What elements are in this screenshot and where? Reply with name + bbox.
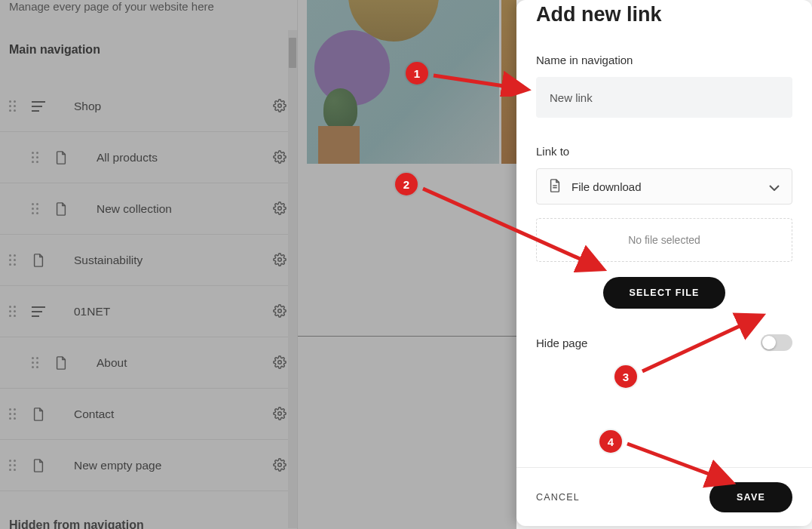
svg-point-6 <box>278 257 282 261</box>
nav-item-label: Shop <box>60 100 259 113</box>
menu-lines-icon <box>30 101 47 112</box>
preview-plant-leaf-shape <box>323 88 357 130</box>
annotation-badge-3: 3 <box>614 365 637 388</box>
nav-item-label: Sustainability <box>60 254 259 267</box>
gear-icon[interactable] <box>273 355 288 371</box>
svg-point-10 <box>278 309 282 312</box>
nav-item-sustainability[interactable]: Sustainability <box>0 235 297 286</box>
nav-item-label: Contact <box>60 408 259 421</box>
drag-handle-icon[interactable] <box>9 306 17 317</box>
nav-item-list: Shop All products New collection <box>0 81 297 491</box>
menu-lines-icon <box>30 306 47 317</box>
drag-handle-icon[interactable] <box>9 460 17 471</box>
select-file-button[interactable]: SELECT FILE <box>603 277 725 309</box>
drag-handle-icon[interactable] <box>9 100 17 112</box>
nav-item-new-empty-page[interactable]: New empty page <box>0 440 297 491</box>
nav-item-label: About <box>83 356 259 370</box>
svg-point-11 <box>278 360 282 364</box>
svg-line-18 <box>642 317 759 371</box>
nav-item-label: New collection <box>83 202 259 216</box>
gear-icon[interactable] <box>273 99 288 114</box>
scrollbar-thumb[interactable] <box>289 38 296 68</box>
drag-handle-icon[interactable] <box>32 152 39 163</box>
link-to-label: Link to <box>536 145 792 158</box>
gear-icon[interactable] <box>273 407 288 422</box>
svg-point-13 <box>278 463 282 466</box>
page-icon <box>30 254 47 267</box>
drag-handle-icon[interactable] <box>32 357 39 368</box>
drag-handle-icon[interactable] <box>32 203 39 214</box>
drag-handle-icon[interactable] <box>9 408 17 420</box>
svg-line-19 <box>627 444 729 481</box>
page-icon <box>53 151 69 165</box>
sidebar-scrollbar[interactable] <box>288 30 297 528</box>
svg-point-12 <box>278 411 282 415</box>
chevron-down-icon <box>769 180 780 193</box>
section-title-hidden-nav: Hidden from navigation <box>9 518 144 529</box>
svg-point-3 <box>278 103 282 107</box>
dropzone-placeholder-text: No file selected <box>628 234 700 246</box>
annotation-arrow-4 <box>624 436 744 500</box>
page-icon <box>30 408 47 421</box>
nav-item-new-collection[interactable]: New collection <box>0 183 297 235</box>
name-in-navigation-label: Name in navigation <box>536 54 792 66</box>
annotation-arrow-3 <box>639 309 774 380</box>
svg-point-4 <box>278 155 282 158</box>
panel-title: Add new link <box>536 0 792 26</box>
gear-icon[interactable] <box>273 253 288 268</box>
drag-handle-icon[interactable] <box>9 254 17 266</box>
page-icon <box>30 459 47 472</box>
svg-line-16 <box>434 75 524 89</box>
preview-section-divider <box>298 336 516 337</box>
annotation-badge-2: 2 <box>395 173 418 195</box>
section-title-main-nav: Main navigation <box>9 43 288 57</box>
gear-icon[interactable] <box>273 150 288 165</box>
cancel-button[interactable]: CANCEL <box>536 492 580 503</box>
name-in-navigation-input[interactable] <box>536 77 792 118</box>
annotation-badge-1: 1 <box>406 62 428 85</box>
nav-item-all-products[interactable]: All products <box>0 132 297 183</box>
nav-item-label: All products <box>83 151 259 165</box>
nav-item-01net[interactable]: 01NET <box>0 286 297 337</box>
page-icon <box>53 202 69 216</box>
preview-plant-pot-shape <box>318 126 360 164</box>
svg-point-5 <box>278 206 282 210</box>
svg-line-17 <box>423 189 600 268</box>
nav-item-shop[interactable]: Shop <box>0 81 297 132</box>
gear-icon[interactable] <box>273 458 288 473</box>
gear-icon[interactable] <box>273 304 288 319</box>
sidebar-subtitle: Manage every page of your website here <box>9 0 288 13</box>
annotation-arrow-2 <box>419 181 615 282</box>
gear-icon[interactable] <box>273 201 288 217</box>
hide-page-label: Hide page <box>536 337 587 349</box>
nav-item-label: New empty page <box>60 459 259 472</box>
nav-item-about[interactable]: About <box>0 337 297 389</box>
annotation-badge-4: 4 <box>599 430 622 453</box>
page-icon <box>53 356 69 370</box>
nav-item-contact[interactable]: Contact <box>0 389 297 440</box>
annotation-arrow-1 <box>430 66 535 100</box>
page-navigation-sidebar: Manage every page of your website here M… <box>0 0 298 529</box>
nav-item-label: 01NET <box>60 305 259 318</box>
